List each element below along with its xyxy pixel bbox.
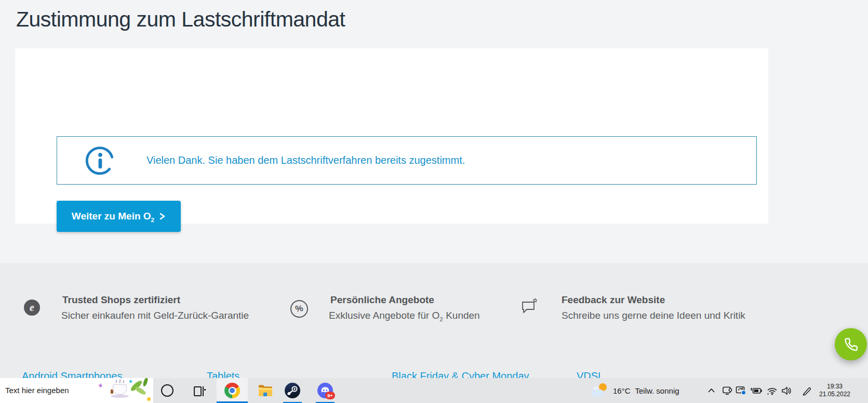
file-explorer-icon xyxy=(258,384,273,397)
weather-condition: Teilw. sonnig xyxy=(635,386,679,395)
feature-subtitle-trusted-shops: Sicher einkaufen mit Geld-Zurück-Garanti… xyxy=(61,310,249,321)
info-banner: Vielen Dank. Sie haben dem Lastschriftve… xyxy=(57,136,757,185)
tray-volume[interactable] xyxy=(780,378,793,403)
meet-now-icon xyxy=(722,386,732,395)
chevron-up-icon xyxy=(707,388,715,393)
task-view-button[interactable] xyxy=(185,378,214,403)
search-placeholder: Text hier eingeben xyxy=(5,378,69,403)
feature-subtitle-feedback: Schreibe uns gerne deine Ideen und Kriti… xyxy=(562,310,745,321)
teacup-illustration xyxy=(113,384,127,395)
clock-date: 21.05.2022 xyxy=(819,391,850,398)
feature-title-trusted-shops: Trusted Shops zertifiziert xyxy=(62,294,180,306)
chrome-icon xyxy=(224,383,240,398)
pc-status-icon xyxy=(736,386,746,395)
cortana-icon xyxy=(161,384,173,397)
speaker-icon xyxy=(781,386,792,395)
discord-icon: 9+ xyxy=(317,383,333,398)
file-explorer-button[interactable] xyxy=(251,378,280,403)
phone-icon xyxy=(844,337,858,352)
weather-widget[interactable]: 16°C Teilw. sonnig xyxy=(591,378,679,403)
tray-meet-now[interactable] xyxy=(720,378,734,403)
phone-contact-fab[interactable] xyxy=(835,328,867,360)
info-icon xyxy=(84,145,116,177)
steam-taskbar-button[interactable] xyxy=(278,378,307,403)
task-view-icon xyxy=(194,385,206,396)
percent-icon: % xyxy=(289,299,309,319)
chrome-taskbar-button[interactable] xyxy=(217,378,248,403)
partly-sunny-icon xyxy=(591,383,608,398)
search-highlight-art: ✦ xyxy=(95,378,153,403)
notification-badge: 9+ xyxy=(325,392,335,399)
trusted-shops-icon: e xyxy=(24,300,40,316)
page-title: Zustimmung zum Lastschriftmandat xyxy=(16,7,345,32)
tray-pc-status[interactable] xyxy=(734,378,747,403)
pen-icon xyxy=(802,386,812,396)
taskbar-search[interactable]: Text hier eingeben ✦ xyxy=(0,378,153,403)
feature-title-angebote: Persönliche Angebote xyxy=(330,294,434,306)
info-message: Vielen Dank. Sie haben dem Lastschriftve… xyxy=(146,154,465,166)
windows-taskbar: Text hier eingeben ✦ xyxy=(0,378,868,403)
tray-overflow-button[interactable] xyxy=(704,378,718,403)
desktop-screen: Zustimmung zum Lastschriftmandat Vielen … xyxy=(0,0,868,403)
battery-icon xyxy=(751,387,763,394)
feature-title-feedback: Feedback zur Website xyxy=(562,294,665,306)
feedback-bubble-icon xyxy=(519,297,539,316)
chevron-right-icon xyxy=(159,213,166,220)
tray-battery[interactable] xyxy=(750,378,763,403)
discord-taskbar-button[interactable]: 9+ xyxy=(311,378,340,403)
wifi-icon xyxy=(767,386,778,395)
clock-time: 19:33 xyxy=(827,383,843,391)
weather-temperature: 16°C xyxy=(613,386,631,395)
cta-label: Weiter zu Mein O2 xyxy=(72,211,154,222)
content-card: Vielen Dank. Sie haben dem Lastschriftve… xyxy=(15,48,768,224)
taskbar-clock[interactable]: 19:33 21.05.2022 xyxy=(811,378,858,403)
continue-to-mein-o2-button[interactable]: Weiter zu Mein O2 xyxy=(57,201,181,232)
tray-wifi[interactable] xyxy=(765,378,779,403)
cortana-button[interactable] xyxy=(153,378,182,403)
feature-subtitle-angebote: Exklusive Angebote für O2 Kunden xyxy=(329,310,480,321)
sparkle-icon: ✦ xyxy=(96,381,105,392)
steam-icon xyxy=(285,383,300,398)
